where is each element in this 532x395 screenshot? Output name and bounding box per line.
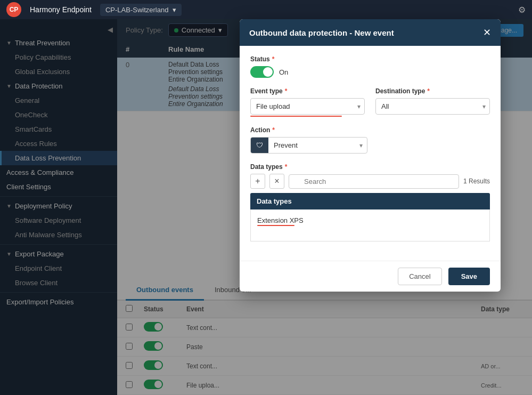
status-toggle-wrapper: On: [250, 66, 490, 78]
save-button[interactable]: Save: [448, 268, 490, 285]
add-data-type-button[interactable]: +: [250, 174, 265, 189]
action-field: Action * 🛡 Prevent ▾: [250, 126, 490, 154]
destination-type-select[interactable]: All: [375, 98, 490, 115]
event-type-label: Event type *: [250, 87, 365, 95]
chevron-down-icon[interactable]: ▾: [355, 138, 367, 153]
modal-title: Outbound data protection - New event: [249, 28, 394, 37]
status-toggle[interactable]: [250, 66, 274, 78]
data-types-table-body: Extension XPS: [250, 209, 490, 241]
cancel-button[interactable]: Cancel: [398, 268, 441, 285]
event-destination-row: Event type * File upload ▾ Destination t…: [250, 87, 490, 126]
app-logo: CP: [6, 2, 21, 17]
required-indicator: *: [272, 55, 275, 63]
status-label: Status *: [250, 55, 490, 63]
event-type-select-wrap: File upload ▾: [250, 98, 365, 115]
modal-header: Outbound data protection - New event ✕: [240, 19, 501, 46]
data-types-toolbar: + × 🔍 1 Results: [250, 174, 490, 189]
settings-area: ⚙: [518, 5, 526, 15]
data-types-table-header: Data types: [250, 193, 490, 209]
search-wrapper: 🔍: [289, 174, 459, 189]
modal-dialog: Outbound data protection - New event ✕ S…: [240, 19, 501, 292]
modal-body: Status * On Event type * File upload ▾: [240, 46, 501, 261]
validation-underline: [250, 116, 342, 117]
data-types-search-input[interactable]: [289, 174, 459, 189]
device-name: CP-LAB-Switzerland: [105, 6, 169, 14]
validation-underline: [257, 225, 294, 226]
remove-data-type-button[interactable]: ×: [269, 174, 284, 189]
action-value: Prevent: [268, 138, 355, 153]
app-title: Harmony Endpoint: [30, 5, 92, 14]
action-select[interactable]: 🛡 Prevent ▾: [250, 137, 367, 154]
search-results-count: 1 Results: [463, 178, 490, 185]
data-types-label: Data types *: [250, 163, 490, 171]
destination-type-select-wrap: All ▾: [375, 98, 490, 115]
destination-type-label: Destination type *: [375, 87, 490, 95]
destination-type-field: Destination type * All ▾: [375, 87, 490, 117]
gear-icon[interactable]: ⚙: [518, 5, 526, 14]
modal-footer: Cancel Save: [240, 261, 501, 292]
device-selector[interactable]: CP-LAB-Switzerland ▾: [100, 4, 182, 16]
status-toggle-label: On: [279, 68, 288, 76]
top-bar: CP Harmony Endpoint CP-LAB-Switzerland ▾…: [0, 0, 532, 19]
chevron-down-icon: ▾: [173, 6, 176, 14]
shield-icon: 🛡: [251, 138, 268, 153]
event-type-field: Event type * File upload ▾: [250, 87, 365, 117]
list-item[interactable]: Extension XPS: [257, 215, 483, 228]
event-type-select[interactable]: File upload: [250, 98, 365, 115]
data-types-field: Data types * + × 🔍 1 Results Data types …: [250, 163, 490, 241]
modal-close-button[interactable]: ✕: [483, 27, 491, 38]
action-label: Action *: [250, 126, 490, 134]
status-field: Status * On: [250, 55, 490, 78]
